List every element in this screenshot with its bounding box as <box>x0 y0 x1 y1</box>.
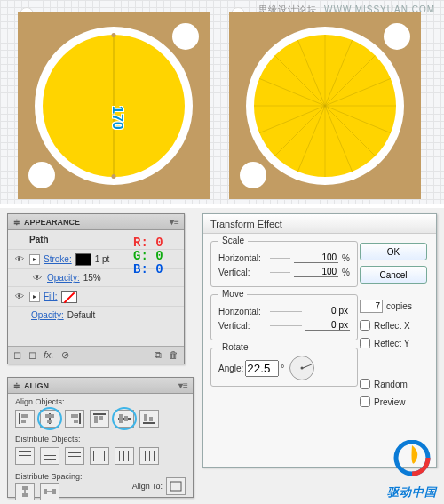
segment-lines <box>254 35 396 177</box>
panel-menu-icon[interactable]: ▾≡ <box>178 381 187 390</box>
svg-rect-50 <box>170 482 181 491</box>
move-v-label: Vertical: <box>218 321 266 331</box>
svg-rect-36 <box>99 451 99 461</box>
ok-button[interactable]: OK <box>360 243 427 260</box>
collapse-icon[interactable]: ≑ <box>13 218 20 227</box>
duplicate-icon[interactable]: ⧉ <box>155 350 162 360</box>
opacity-value: 15% <box>83 273 101 283</box>
logo-text: 驱动中国 <box>385 484 439 500</box>
random-check[interactable]: Random <box>360 379 427 389</box>
spacing-h-btn[interactable] <box>40 483 59 500</box>
dist-right-btn[interactable] <box>139 447 159 465</box>
svg-rect-43 <box>154 451 155 461</box>
appearance-fill-row[interactable]: 👁 ▸ Fill: <box>8 287 184 307</box>
angle-label: Angle: <box>218 364 243 373</box>
svg-rect-25 <box>149 417 153 421</box>
reflect-x-check[interactable]: Reflect X <box>360 320 427 331</box>
preview-check[interactable]: Preview <box>360 396 427 407</box>
scale-v-input[interactable] <box>294 267 338 277</box>
move-h-input[interactable] <box>305 306 350 316</box>
svg-rect-13 <box>47 420 52 423</box>
panel-title: APPEARANCE <box>24 218 80 227</box>
opacity-default: Default <box>67 310 96 320</box>
dist-top-btn[interactable] <box>15 447 35 465</box>
align-bottom-btn[interactable] <box>139 410 159 428</box>
svg-rect-28 <box>19 460 31 460</box>
visibility-icon[interactable]: 👁 <box>13 292 26 301</box>
move-group: Move Horizontal: Vertical: <box>210 294 358 340</box>
svg-rect-24 <box>144 414 147 421</box>
angle-dial[interactable] <box>289 356 314 380</box>
align-left-btn[interactable] <box>15 410 35 428</box>
svg-rect-32 <box>68 452 81 453</box>
panels-area: ≑APPEARANCE ▾≡ Path 👁 ▸ Stroke: 1 pt 👁 O… <box>0 208 444 504</box>
transform-effect-dialog: Transform Effect Scale Horizontal:% Vert… <box>202 213 437 468</box>
align-to-label: Align To: <box>132 482 163 491</box>
svg-rect-16 <box>74 420 78 423</box>
opacity-link[interactable]: Opacity: <box>47 273 80 283</box>
add-fill-icon[interactable]: ◻ <box>28 350 36 360</box>
svg-rect-44 <box>22 486 28 490</box>
collapse-icon[interactable]: ≑ <box>13 381 20 390</box>
clear-icon[interactable]: ⊘ <box>61 350 69 360</box>
appearance-opacity-default-row[interactable]: Opacity: Default <box>8 307 184 324</box>
appearance-footer: ◻ ◻ fx. ⊘ ⧉ 🗑 <box>8 346 184 364</box>
panel-menu-icon[interactable]: ▾≡ <box>170 218 178 227</box>
reflect-y-check[interactable]: Reflect Y <box>360 338 427 348</box>
stroke-swatch[interactable] <box>75 253 91 266</box>
panel-header[interactable]: ≑ALIGN ▾≡ <box>8 378 193 394</box>
corner-hole <box>28 162 55 188</box>
scale-h-input[interactable] <box>294 252 338 263</box>
dialog-title: Transform Effect <box>203 214 436 234</box>
opacity-link[interactable]: Opacity: <box>31 310 64 320</box>
cancel-button[interactable]: Cancel <box>360 266 427 284</box>
dist-bottom-btn[interactable] <box>65 447 84 465</box>
visibility-icon[interactable]: 👁 <box>31 273 44 283</box>
rgb-readout: R: 0 G: 0 B: 0 <box>133 236 182 276</box>
rgb-g: G: 0 <box>133 250 182 263</box>
distribute-spacing-row: Distribute Spacing: Align To: <box>8 468 193 504</box>
dimension-label: 170 <box>109 106 125 130</box>
dialog-side-column: OK Cancel copies Reflect X Reflect Y Ran… <box>360 243 427 407</box>
visibility-icon[interactable]: 👁 <box>13 254 26 264</box>
expand-icon[interactable]: ▸ <box>29 292 40 302</box>
distribute-objects-row <box>8 444 193 468</box>
group-label: Rotate <box>218 342 251 352</box>
corner-hole <box>172 23 199 50</box>
align-to-btn[interactable] <box>166 477 186 495</box>
fx-icon[interactable]: fx. <box>44 350 54 360</box>
angle-input[interactable] <box>245 360 279 377</box>
stroke-link[interactable]: Stroke: <box>44 254 72 264</box>
fill-link[interactable]: Fill: <box>44 292 58 301</box>
expand-icon[interactable]: ▸ <box>29 254 40 265</box>
align-right-btn[interactable] <box>65 410 84 428</box>
distribute-objects-label: Distribute Objects: <box>8 431 193 444</box>
panel-header[interactable]: ≑APPEARANCE ▾≡ <box>8 214 184 230</box>
svg-rect-14 <box>79 413 81 424</box>
dist-vcenter-btn[interactable] <box>40 447 59 465</box>
align-objects-label: Align Objects: <box>8 394 193 406</box>
dist-hcenter-btn[interactable] <box>115 447 134 465</box>
group-label: Move <box>218 289 247 299</box>
dist-left-btn[interactable] <box>90 447 109 465</box>
spacing-label: Distribute Spacing: <box>15 472 83 481</box>
svg-rect-39 <box>123 451 124 461</box>
svg-rect-47 <box>44 489 47 494</box>
align-top-btn[interactable] <box>90 410 109 428</box>
align-objects-row <box>8 406 193 431</box>
svg-rect-31 <box>44 459 56 460</box>
trash-icon[interactable]: 🗑 <box>169 350 178 360</box>
align-vcenter-btn[interactable] <box>115 410 134 428</box>
fill-swatch-none[interactable] <box>61 291 77 303</box>
copies-input[interactable] <box>360 300 383 313</box>
svg-rect-20 <box>118 418 131 420</box>
add-stroke-icon[interactable]: ◻ <box>13 350 21 360</box>
svg-rect-15 <box>71 414 78 418</box>
align-hcenter-btn[interactable] <box>40 410 59 428</box>
stroke-weight[interactable]: 1 pt <box>95 254 110 264</box>
svg-rect-22 <box>124 416 128 421</box>
svg-rect-17 <box>93 413 106 415</box>
spacing-v-btn[interactable] <box>15 483 35 500</box>
move-v-input[interactable] <box>305 320 350 331</box>
svg-rect-40 <box>128 451 129 461</box>
